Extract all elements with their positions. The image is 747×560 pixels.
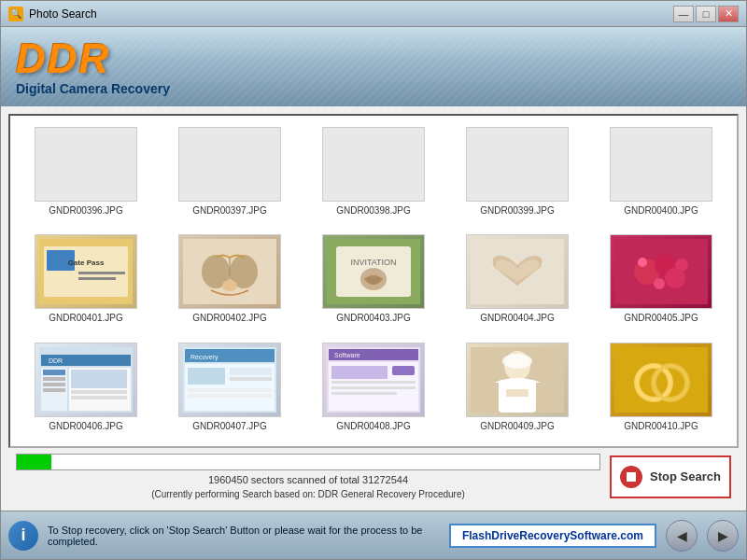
list-item: GNDR00396.JPG: [14, 119, 158, 227]
svg-rect-39: [230, 377, 272, 381]
svg-rect-37: [188, 368, 225, 385]
svg-point-20: [654, 278, 665, 289]
list-item: GNDR00397.JPG: [158, 119, 302, 227]
website-label: FlashDriveRecoverySoftware.com: [449, 524, 656, 548]
photo-label: GNDR00405.JPG: [624, 313, 698, 323]
subtitle-text: Digital Camera Recovery: [16, 81, 731, 96]
svg-rect-32: [71, 396, 127, 399]
list-item: GNDR00409.JPG: [445, 335, 589, 442]
list-item: GNDR00398.JPG: [302, 119, 445, 227]
progress-fill: [17, 455, 51, 469]
svg-rect-48: [331, 386, 416, 389]
photo-label: GNDR00400.JPG: [624, 205, 698, 216]
svg-rect-31: [71, 390, 127, 394]
photo-label: GNDR00402.JPG: [192, 313, 266, 323]
svg-rect-28: [43, 383, 65, 386]
list-item: GNDR00399.JPG: [445, 119, 589, 227]
list-item: Recovery GNDR00407.JPG: [158, 335, 302, 442]
thumbnail: INVITATION: [322, 234, 425, 309]
svg-rect-29: [43, 388, 65, 392]
svg-rect-4: [78, 272, 125, 274]
photo-label: GNDR00399.JPG: [480, 205, 554, 216]
stop-square-icon: [627, 472, 636, 482]
list-item: Gate Pass GNDR00401.JPG: [14, 227, 158, 334]
photo-label: GNDR00410.JPG: [624, 421, 698, 431]
svg-point-19: [638, 258, 647, 267]
photo-label: GNDR00408.JPG: [336, 421, 410, 431]
thumbnail: Gate Pass: [35, 234, 137, 309]
maximize-button[interactable]: □: [696, 6, 716, 22]
title-buttons: — □ ✕: [673, 6, 739, 22]
list-item: DDR GNDR00406.JPG: [14, 335, 158, 442]
list-item: GNDR00405.JPG: [589, 227, 733, 334]
svg-text:Software: Software: [334, 352, 360, 358]
svg-rect-5: [78, 277, 116, 280]
title-bar-left: 🔍 Photo Search: [8, 7, 97, 21]
nav-prev-button[interactable]: ◀: [666, 520, 698, 552]
svg-rect-41: [188, 394, 272, 398]
svg-text:Recovery: Recovery: [190, 354, 218, 361]
nav-next-button[interactable]: ▶: [707, 520, 739, 552]
photo-label: GNDR00398.JPG: [336, 205, 410, 216]
photo-label: GNDR00404.JPG: [480, 313, 554, 323]
svg-rect-27: [43, 377, 65, 381]
photo-grid-container: GNDR00396.JPG GNDR00397.JPG GNDR00398.JP…: [8, 114, 739, 448]
thumbnail: [466, 234, 569, 309]
progress-status-text: 1960450 sectors scanned of total 3127254…: [16, 474, 600, 485]
list-item: INVITATION GNDR00403.JPG: [302, 227, 445, 334]
thumbnail: [35, 127, 137, 202]
close-button[interactable]: ✕: [718, 6, 739, 22]
svg-rect-50: [392, 366, 415, 375]
title-bar: 🔍 Photo Search — □ ✕: [1, 1, 746, 27]
progress-bar: [16, 454, 600, 470]
stop-search-button[interactable]: Stop Search: [610, 455, 731, 498]
thumbnail: [466, 343, 569, 417]
list-item: GNDR00400.JPG: [589, 119, 733, 227]
thumbnail: [322, 127, 425, 202]
thumbnail: [178, 234, 281, 309]
svg-rect-47: [331, 381, 416, 384]
svg-rect-46: [331, 366, 388, 379]
svg-point-21: [675, 259, 688, 272]
photo-label: GNDR00409.JPG: [480, 421, 554, 431]
minimize-button[interactable]: —: [673, 6, 694, 22]
thumbnail: Software: [322, 343, 425, 417]
svg-rect-38: [230, 368, 272, 375]
list-item: GNDR00410.JPG: [589, 335, 733, 442]
thumbnail: [610, 127, 712, 202]
stop-icon: [620, 466, 642, 488]
progress-sub-text: (Currently performing Search based on: D…: [16, 489, 600, 499]
svg-text:DDR: DDR: [49, 357, 63, 364]
stop-search-label: Stop Search: [650, 469, 721, 483]
photo-label: GNDR00397.JPG: [192, 205, 266, 216]
progress-left: 1960450 sectors scanned of total 3127254…: [16, 454, 600, 499]
thumbnail: [466, 127, 569, 202]
svg-rect-59: [614, 347, 708, 413]
photo-label: GNDR00406.JPG: [49, 421, 122, 431]
app-icon: 🔍: [8, 7, 23, 21]
header-banner: DDR Digital Camera Recovery: [1, 27, 746, 106]
thumbnail: [610, 234, 712, 309]
window-title: Photo Search: [29, 7, 97, 21]
svg-rect-40: [188, 388, 272, 392]
main-content: GNDR00396.JPG GNDR00397.JPG GNDR00398.JP…: [1, 106, 746, 511]
thumbnail: DDR: [35, 343, 137, 417]
photo-label: GNDR00396.JPG: [49, 205, 122, 216]
photo-label: GNDR00407.JPG: [192, 421, 266, 431]
svg-rect-26: [43, 370, 65, 375]
svg-rect-56: [506, 389, 529, 397]
photo-grid: GNDR00396.JPG GNDR00397.JPG GNDR00398.JP…: [10, 116, 737, 446]
progress-area: 1960450 sectors scanned of total 3127254…: [8, 448, 739, 503]
app-window: 🔍 Photo Search — □ ✕ DDR Digital Camera …: [0, 0, 747, 560]
list-item: GNDR00404.JPG: [445, 227, 589, 334]
svg-text:Gate Pass: Gate Pass: [68, 259, 105, 267]
list-item: Software GNDR00408.JPG: [302, 335, 445, 442]
thumbnail: Recovery: [178, 343, 281, 417]
svg-rect-49: [331, 392, 397, 395]
svg-point-57: [502, 354, 532, 369]
svg-text:INVITATION: INVITATION: [350, 258, 396, 267]
svg-point-9: [222, 280, 237, 291]
photo-label: GNDR00401.JPG: [49, 313, 122, 323]
footer: i To Stop recovery, click on 'Stop Searc…: [1, 511, 746, 559]
logo-text: DDR: [16, 38, 731, 79]
